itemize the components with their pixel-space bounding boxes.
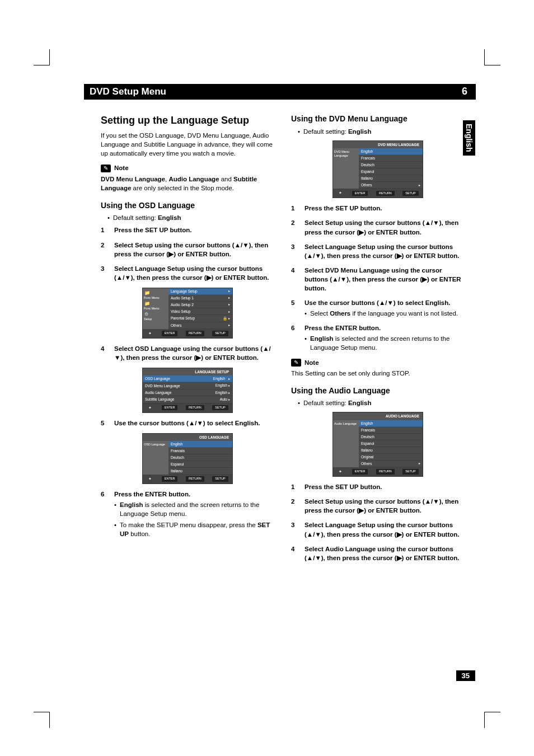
dvd-steps: 1Press the SET UP button. 2Select Setup … <box>291 204 465 352</box>
pencil-icon <box>101 165 111 172</box>
header-bar: DVD Setup Menu 6 <box>84 84 476 100</box>
osd-steps: 1Press the SET UP button. 2Select Setup … <box>101 226 274 281</box>
intro-text: If you set the OSD Language, DVD Menu La… <box>101 131 274 158</box>
osd-language-setup: LANGUAGE SETUP OSD LanguageEnglish ▸ DVD… <box>142 368 233 413</box>
page-content: DVD Setup Menu 6 Setting up the Language… <box>84 84 476 568</box>
default-setting: • Default setting: English <box>298 398 465 407</box>
crop-mark <box>34 49 50 65</box>
nav-cross-icon: ✦ <box>337 190 344 196</box>
nav-cross-icon: ✦ <box>147 476 153 482</box>
step-1: 1Press the SET UP button. <box>101 226 274 234</box>
default-setting: • Default setting: English <box>107 213 274 222</box>
nav-cross-icon: ✦ <box>147 331 153 336</box>
default-setting: • Default setting: English <box>298 127 465 136</box>
audio-lang-heading: Using the Audio Language <box>291 386 465 397</box>
osd-audio-language: AUDIO LANGUAGE Audio Language English Fr… <box>332 412 423 477</box>
main-heading: Setting up the Language Setup <box>101 114 274 128</box>
step-5: 5Use the cursor buttons (▲/▼) to select … <box>101 419 274 428</box>
note-label: Note <box>114 163 129 172</box>
osd-steps-cont3: 6 Press the ENTER button. •English is se… <box>101 490 274 538</box>
arrow-right-icon: ▸ <box>228 289 230 293</box>
osd-setup-menu: 📁 Func Menu 📁 Func Menu ⚙ Setup Language… <box>142 288 233 339</box>
dvd-lang-heading: Using the DVD Menu Language <box>291 114 465 125</box>
note-body: This Setting can be set only during STOP… <box>291 369 465 378</box>
nav-cross-icon: ✦ <box>337 469 344 475</box>
crop-mark <box>484 49 500 65</box>
step-4: 4Select OSD Language using the cursor bu… <box>101 344 274 362</box>
lock-icon: 🔒 <box>223 316 227 320</box>
crop-mark <box>484 712 500 728</box>
step-2: 2Select Setup using the cursor buttons (… <box>101 241 274 259</box>
osd-setup: SETUP <box>212 331 228 336</box>
osd-steps-cont2: 5Use the cursor buttons (▲/▼) to select … <box>101 419 274 428</box>
note-body: DVD Menu Language, Audio Language and Su… <box>101 175 274 192</box>
folder-icon: 📁 <box>144 290 167 296</box>
osd-return: RETURN <box>186 331 204 336</box>
nav-cross-icon: ✦ <box>147 405 153 411</box>
osd-lang-heading: Using the OSD Language <box>101 200 274 212</box>
audio-steps: 1Press the SET UP button. 2Select Setup … <box>291 482 465 562</box>
right-column: Using the DVD Menu Language • Default se… <box>291 114 465 568</box>
step-6: 6 Press the ENTER button. •English is se… <box>101 490 274 538</box>
osd-dvd-menu-language: DVD MENU LANGUAGE DVD Menu Language Engl… <box>332 140 423 199</box>
folder-icon: 📁 <box>144 300 167 307</box>
header-title: DVD Setup Menu <box>84 84 453 100</box>
note-heading: Note <box>291 358 465 367</box>
header-chapter: 6 <box>453 84 476 100</box>
page-number: 35 <box>456 670 475 681</box>
note-heading: Note <box>101 163 274 172</box>
crop-mark <box>34 712 50 728</box>
left-column: Setting up the Language Setup If you set… <box>101 114 274 568</box>
bullet-icon: • <box>107 213 110 222</box>
osd-osd-language: OSD LANGUAGE OSD Language English Franca… <box>142 433 233 485</box>
step-3: 3Select Language Setup using the cursor … <box>101 264 274 282</box>
gear-icon: ⚙ <box>144 311 167 317</box>
pencil-icon <box>291 359 301 367</box>
osd-enter: ENTER <box>162 331 178 336</box>
osd-steps-cont: 4Select OSD Language using the cursor bu… <box>101 344 274 362</box>
